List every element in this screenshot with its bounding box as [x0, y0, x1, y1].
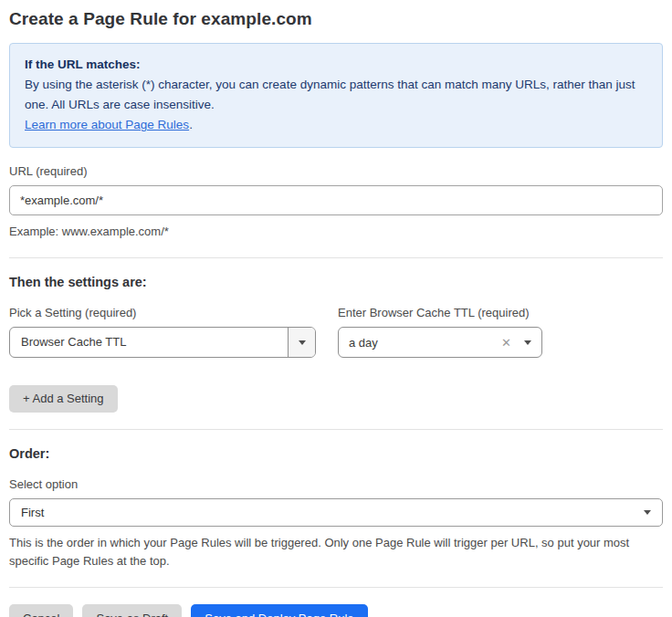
url-field-label: URL (required) [9, 164, 663, 178]
setting-picker-group: Pick a Setting (required) Browser Cache … [9, 306, 316, 358]
ttl-picker-label: Enter Browser Cache TTL (required) [338, 306, 542, 319]
order-select-label: Select option [9, 477, 663, 491]
order-select-value: First [21, 506, 644, 519]
setting-picker-value: Browser Cache TTL [10, 328, 288, 357]
add-setting-button[interactable]: + Add a Setting [9, 385, 118, 413]
info-box-body: By using the asterisk (*) character, you… [25, 75, 647, 115]
cancel-button[interactable]: Cancel [9, 604, 73, 617]
chevron-down-icon [524, 340, 531, 345]
ttl-picker-dropdown[interactable]: a day ✕ [338, 327, 542, 358]
setting-picker-arrow-button[interactable] [288, 328, 315, 357]
settings-section-heading: Then the settings are: [9, 275, 663, 289]
info-box-link-line: Learn more about Page Rules. [25, 115, 647, 135]
ttl-picker-group: Enter Browser Cache TTL (required) a day… [338, 306, 542, 358]
order-help-text: This is the order in which your Page Rul… [9, 534, 663, 570]
url-field-group: URL (required) Example: www.example.com/… [9, 164, 663, 241]
footer-actions: Cancel Save as Draft Save and Deploy Pag… [9, 604, 663, 617]
page-title: Create a Page Rule for example.com [9, 9, 663, 29]
order-section-heading: Order: [9, 446, 663, 461]
page-rule-form: Create a Page Rule for example.com If th… [0, 0, 672, 617]
url-example-text: Example: www.example.com/* [9, 223, 663, 241]
clear-icon[interactable]: ✕ [501, 336, 511, 350]
info-box-heading: If the URL matches: [25, 55, 647, 75]
save-as-draft-button[interactable]: Save as Draft [82, 604, 182, 617]
divider [9, 587, 663, 588]
url-match-info-box: If the URL matches: By using the asteris… [9, 43, 663, 148]
learn-more-link[interactable]: Learn more about Page Rules [25, 118, 189, 131]
order-select[interactable]: First [9, 498, 663, 527]
chevron-down-icon [299, 340, 306, 345]
order-field-group: Select option First This is the order in… [9, 477, 663, 570]
divider [9, 257, 663, 258]
link-period: . [189, 118, 193, 131]
divider [9, 429, 663, 430]
setting-picker-label: Pick a Setting (required) [9, 306, 316, 319]
settings-row: Pick a Setting (required) Browser Cache … [9, 306, 663, 358]
setting-picker-dropdown[interactable]: Browser Cache TTL [9, 327, 316, 358]
chevron-down-icon [644, 510, 651, 515]
save-and-deploy-button[interactable]: Save and Deploy Page Rule [191, 604, 367, 617]
ttl-picker-value: a day [349, 336, 501, 350]
url-input[interactable] [9, 185, 663, 215]
